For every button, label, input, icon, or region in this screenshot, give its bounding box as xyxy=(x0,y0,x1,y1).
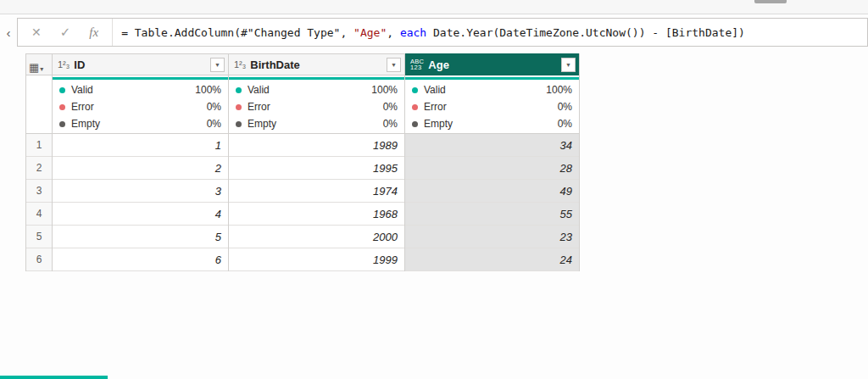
formula-bar-buttons: ✕ ✓ fx xyxy=(18,19,113,46)
stat-value: 100% xyxy=(195,84,221,96)
filter-arrow-icon: ▼ xyxy=(391,62,397,68)
data-cell[interactable]: 1999 xyxy=(229,248,404,271)
formula-keyword-token: each xyxy=(400,26,426,39)
column-quality-stats: Valid 100% Error 0% Empty 0% xyxy=(53,80,228,134)
number-type-icon: 1²₃ xyxy=(58,60,70,70)
data-cell[interactable]: 23 xyxy=(405,226,579,248)
data-cell[interactable]: 4 xyxy=(53,203,228,226)
row-number[interactable]: 3 xyxy=(26,180,52,203)
stat-value: 100% xyxy=(546,84,572,96)
stat-label: Error xyxy=(71,101,94,113)
error-dot xyxy=(59,104,65,110)
data-cell[interactable]: 1974 xyxy=(229,180,404,203)
data-cell[interactable]: 5 xyxy=(53,226,228,248)
column-name: BirthDate xyxy=(250,59,300,71)
top-chrome-fragment xyxy=(754,0,787,3)
stat-value: 0% xyxy=(207,118,221,130)
data-cell[interactable]: 3 xyxy=(53,180,228,203)
data-cell[interactable]: 24 xyxy=(405,248,579,271)
chevron-left-icon: ‹ xyxy=(7,25,11,40)
stat-error: Error 0% xyxy=(59,98,221,115)
column-name: ID xyxy=(74,59,85,71)
any-type-icon: ABC 123 xyxy=(410,59,424,71)
collapse-pane-button[interactable]: ‹ xyxy=(0,25,17,40)
stat-label: Error xyxy=(248,101,270,113)
stat-label: Error xyxy=(424,101,447,113)
row-number-stats-spacer xyxy=(26,80,52,134)
formula-text: Date.Year(DateTimeZone.UtcNow()) - [Birt… xyxy=(426,26,745,39)
row-number[interactable]: 5 xyxy=(26,226,52,248)
valid-dot xyxy=(412,87,418,93)
select-all-button[interactable]: ▦ ▾ xyxy=(26,53,52,75)
row-number[interactable]: 2 xyxy=(26,157,52,180)
data-cell[interactable]: 49 xyxy=(405,180,579,203)
column-quality-stats: Valid 100% Error 0% Empty 0% xyxy=(229,80,404,134)
power-query-editor: ‹ ✕ ✓ fx = Table.AddColumn(#"Changed Typ… xyxy=(0,0,868,379)
stat-valid: Valid 100% xyxy=(236,81,398,98)
error-dot xyxy=(412,104,418,110)
row-number-column: ▦ ▾ 1 2 3 4 5 6 xyxy=(25,53,53,271)
stat-empty: Empty 0% xyxy=(236,115,398,132)
stat-value: 0% xyxy=(207,101,221,113)
status-bar-fragment xyxy=(0,376,108,379)
column-quality-stats: Valid 100% Error 0% Empty 0% xyxy=(405,80,579,134)
stat-label: Valid xyxy=(248,84,270,96)
stat-value: 0% xyxy=(558,118,572,130)
column-header-age[interactable]: ABC 123 Age ▼ xyxy=(405,53,579,75)
commit-formula-button[interactable]: ✓ xyxy=(60,25,71,40)
formula-row: ‹ ✕ ✓ fx = Table.AddColumn(#"Changed Typ… xyxy=(0,18,868,47)
top-chrome-strip xyxy=(0,0,868,14)
chevron-down-icon: ▾ xyxy=(40,66,43,73)
error-dot xyxy=(236,104,242,110)
data-cell[interactable]: 55 xyxy=(405,203,579,226)
empty-dot xyxy=(59,121,65,127)
formula-bar: ✕ ✓ fx = Table.AddColumn(#"Changed Type"… xyxy=(17,18,868,47)
column-header-birthdate[interactable]: 1²₃ BirthDate ▼ xyxy=(229,53,404,75)
stat-label: Valid xyxy=(424,84,446,96)
column-id: 1²₃ ID ▼ Valid 100% Error 0% xyxy=(53,53,229,271)
stat-label: Valid xyxy=(71,84,93,96)
stat-valid: Valid 100% xyxy=(59,81,221,98)
column-name: Age xyxy=(428,59,449,71)
stat-empty: Empty 0% xyxy=(59,115,221,132)
filter-arrow-icon: ▼ xyxy=(565,62,571,68)
formula-input[interactable]: = Table.AddColumn(#"Changed Type", "Age"… xyxy=(113,19,867,46)
data-cell[interactable]: 34 xyxy=(405,134,579,157)
stat-label: Empty xyxy=(248,118,276,130)
stat-value: 100% xyxy=(371,84,398,96)
stat-label: Empty xyxy=(71,118,100,130)
data-cell[interactable]: 28 xyxy=(405,157,579,180)
filter-button[interactable]: ▼ xyxy=(387,58,401,72)
stat-value: 0% xyxy=(383,118,398,130)
number-type-icon: 1²₃ xyxy=(234,60,246,70)
filter-button[interactable]: ▼ xyxy=(210,58,225,72)
filter-arrow-icon: ▼ xyxy=(214,62,220,68)
row-number[interactable]: 1 xyxy=(26,134,52,157)
valid-dot xyxy=(236,87,242,93)
empty-dot xyxy=(236,121,242,127)
data-cell[interactable]: 2 xyxy=(53,157,228,180)
data-cell[interactable]: 1 xyxy=(53,134,228,157)
column-birthdate: 1²₃ BirthDate ▼ Valid 100% Error 0% xyxy=(229,53,405,271)
row-number[interactable]: 4 xyxy=(26,203,52,226)
table-icon: ▦ xyxy=(29,62,39,73)
stat-value: 0% xyxy=(383,101,398,113)
fx-icon: fx xyxy=(89,25,98,40)
data-cell[interactable]: 6 xyxy=(53,248,228,271)
data-cell[interactable]: 2000 xyxy=(229,226,404,248)
column-header-id[interactable]: 1²₃ ID ▼ xyxy=(53,53,228,75)
data-cell[interactable]: 1968 xyxy=(229,203,404,226)
data-cell[interactable]: 1995 xyxy=(229,157,404,180)
row-number[interactable]: 6 xyxy=(26,248,52,271)
stat-error: Error 0% xyxy=(236,98,398,115)
stat-value: 0% xyxy=(558,101,572,113)
data-cell[interactable]: 1989 xyxy=(229,134,404,157)
valid-dot xyxy=(59,87,65,93)
empty-dot xyxy=(412,121,418,127)
stat-empty: Empty 0% xyxy=(412,115,572,132)
stat-valid: Valid 100% xyxy=(412,81,572,98)
stat-error: Error 0% xyxy=(412,98,572,115)
formula-text: = Table.AddColumn(#"Changed Type", xyxy=(121,26,353,39)
filter-button[interactable]: ▼ xyxy=(561,58,576,72)
cancel-formula-button[interactable]: ✕ xyxy=(31,25,42,39)
